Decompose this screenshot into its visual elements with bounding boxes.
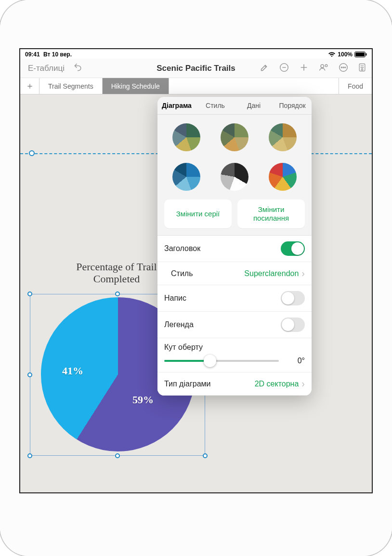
caption-toggle[interactable] xyxy=(281,291,305,305)
popover-tab-chart[interactable]: Діаграма xyxy=(157,97,196,114)
rotation-value: 0° xyxy=(286,357,305,365)
chart-style-5[interactable] xyxy=(221,163,248,191)
slice-label-1: 41% xyxy=(62,365,83,377)
chevron-right-icon: › xyxy=(301,378,305,389)
resize-handle[interactable] xyxy=(27,291,32,296)
format-popover: Діаграма Стиль Дані Порядок Змінити сері… xyxy=(157,97,312,396)
rotation-slider[interactable] xyxy=(164,360,279,362)
undo-button[interactable] xyxy=(70,60,86,76)
rotation-label: Кут оберту xyxy=(164,343,203,351)
alignment-guide-handle[interactable] xyxy=(29,150,35,156)
row-caption-toggle: Напис xyxy=(157,285,312,312)
popover-tab-style[interactable]: Стиль xyxy=(196,97,235,114)
svg-point-4 xyxy=(321,65,324,67)
back-button[interactable]: Е-таблиці xyxy=(25,62,67,75)
add-sheet-button[interactable] xyxy=(20,78,39,94)
svg-point-9 xyxy=(345,67,346,68)
row-legend-toggle: Легенда xyxy=(157,312,312,338)
preview-icon[interactable] xyxy=(357,62,367,75)
sheet-tab-2[interactable]: Food xyxy=(339,78,372,94)
popover-tab-data[interactable]: Дані xyxy=(235,97,273,114)
svg-point-11 xyxy=(361,68,363,70)
svg-rect-1 xyxy=(355,53,365,56)
chart-style-swatches xyxy=(157,115,312,199)
status-time: 09:41 xyxy=(25,51,40,58)
style-label: Стиль xyxy=(171,269,193,278)
format-brush-icon[interactable] xyxy=(259,62,270,75)
popover-tabs: Діаграма Стиль Дані Порядок xyxy=(157,97,312,115)
sheet-tab-0[interactable]: Trail Segments xyxy=(39,78,103,94)
edit-references-button[interactable]: Змінити посилання xyxy=(237,199,305,228)
svg-point-8 xyxy=(343,67,344,68)
resize-handle[interactable] xyxy=(203,453,208,458)
status-battery-pct: 100% xyxy=(338,51,353,58)
chart-type-label: Тип діаграми xyxy=(164,380,210,388)
chart-style-3[interactable] xyxy=(269,123,297,151)
screen: 09:41 Вт 10 вер. 100% Е-таблиці Scenic P… xyxy=(19,48,373,493)
chevron-right-icon: › xyxy=(301,268,305,279)
svg-point-7 xyxy=(341,67,342,68)
chart-style-1[interactable] xyxy=(172,123,200,151)
chart-style-2[interactable] xyxy=(221,123,248,151)
chart-style-4[interactable] xyxy=(172,163,200,191)
svg-rect-2 xyxy=(366,53,367,56)
resize-handle[interactable] xyxy=(115,291,120,296)
status-date: Вт 10 вер. xyxy=(43,51,72,58)
edit-series-button[interactable]: Змінити серії xyxy=(164,199,232,228)
insert-icon[interactable] xyxy=(299,62,309,75)
svg-point-5 xyxy=(325,65,327,67)
canvas[interactable]: Percentage of Trail Completed 59% 41% Ді… xyxy=(20,94,372,492)
legend-label: Легенда xyxy=(164,320,194,329)
document-title: Scenic Pacific Trails xyxy=(157,64,235,73)
resize-handle[interactable] xyxy=(115,453,120,458)
row-chart-type[interactable]: Тип діаграми 2D секторна › xyxy=(157,372,312,396)
battery-icon xyxy=(354,52,367,57)
style-value: Superclarendon xyxy=(244,269,299,278)
legend-toggle[interactable] xyxy=(281,318,305,332)
more-icon[interactable] xyxy=(338,62,349,75)
caption-label: Напис xyxy=(164,294,186,303)
row-title-style[interactable]: Стиль Superclarendon › xyxy=(157,262,312,285)
sheet-tabs: Trail Segments Hiking Schedule Food xyxy=(20,78,372,94)
popover-tab-arrange[interactable]: Порядок xyxy=(273,97,312,114)
toolbar: Е-таблиці Scenic Pacific Trails xyxy=(20,59,372,78)
sheet-tab-1[interactable]: Hiking Schedule xyxy=(103,78,169,94)
wifi-icon xyxy=(328,52,336,57)
collaborate-icon[interactable] xyxy=(318,62,329,75)
chart-type-value: 2D секторна xyxy=(255,380,299,388)
status-bar: 09:41 Вт 10 вер. 100% xyxy=(20,49,372,59)
title-label: Заголовок xyxy=(164,244,200,253)
resize-handle[interactable] xyxy=(27,372,32,377)
chart-title[interactable]: Percentage of Trail Completed xyxy=(68,261,165,285)
chart-style-6[interactable] xyxy=(269,163,297,191)
row-rotation: Кут оберту 0° xyxy=(157,338,312,372)
document-title-text: Scenic Pacific Trails xyxy=(157,64,235,73)
resize-handle[interactable] xyxy=(27,453,32,458)
title-toggle[interactable] xyxy=(281,241,305,256)
row-title-toggle: Заголовок xyxy=(157,236,312,262)
keyboard-icon[interactable] xyxy=(278,62,290,75)
sheet-spacer xyxy=(169,78,339,94)
slice-label-0: 59% xyxy=(132,394,154,406)
